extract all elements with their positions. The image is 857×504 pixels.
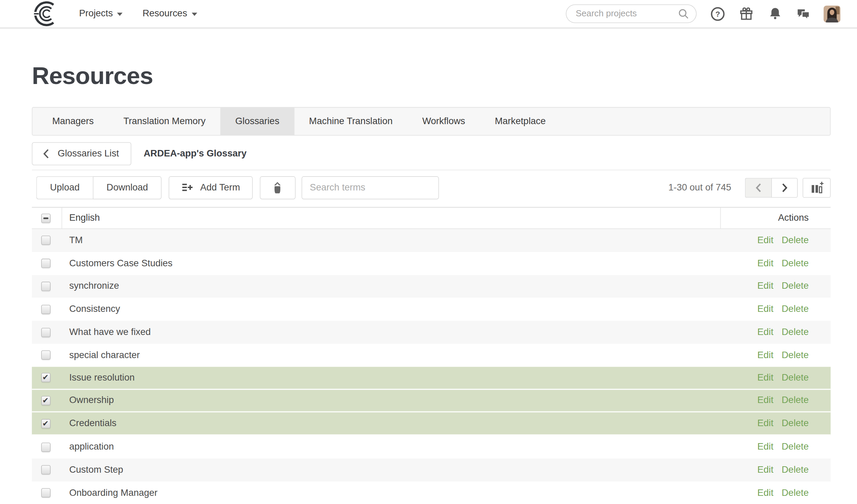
edit-link[interactable]: Edit — [757, 395, 773, 406]
edit-link[interactable]: Edit — [757, 304, 773, 315]
delete-link[interactable]: Delete — [782, 418, 809, 429]
app-window: Projects Resources ? — [0, 0, 857, 504]
row-checkbox[interactable] — [41, 351, 50, 360]
term-text: Onboarding Manager — [62, 487, 721, 498]
chat-icon[interactable] — [796, 6, 811, 21]
row-checkbox[interactable] — [41, 488, 50, 498]
delete-link[interactable]: Delete — [782, 258, 809, 269]
resources-tabs: Managers Translation Memory Glossaries M… — [32, 107, 831, 136]
chevron-left-icon — [42, 148, 50, 159]
avatar[interactable] — [823, 5, 840, 22]
delete-link[interactable]: Delete — [782, 487, 809, 498]
term-text: What have we fixed — [62, 327, 721, 338]
delete-link[interactable]: Delete — [782, 465, 809, 475]
select-all-checkbox[interactable] — [41, 213, 50, 222]
pagination-range: 1-30 out of 745 — [669, 182, 731, 193]
chevron-down-icon — [192, 13, 197, 16]
table-row: Credentials Edit Delete — [32, 413, 831, 435]
chevron-down-icon — [117, 13, 123, 16]
edit-link[interactable]: Edit — [757, 350, 773, 360]
edit-link[interactable]: Edit — [757, 281, 773, 292]
delete-link[interactable]: Delete — [782, 327, 809, 338]
upload-button[interactable]: Upload — [36, 176, 93, 199]
row-checkbox[interactable] — [41, 419, 50, 428]
edit-link[interactable]: Edit — [757, 327, 773, 338]
delete-link[interactable]: Delete — [782, 372, 809, 383]
edit-link[interactable]: Edit — [757, 372, 773, 383]
tab-machine-translation[interactable]: Machine Translation — [294, 107, 408, 135]
svg-text:?: ? — [715, 10, 720, 18]
table-row: Consistency Edit Delete — [32, 298, 831, 321]
row-checkbox[interactable] — [41, 373, 50, 382]
table-row: Custom Step Edit Delete — [32, 458, 831, 481]
table-row: Onboarding Manager Edit Delete — [32, 482, 831, 504]
term-text: Issue resolution — [62, 372, 721, 383]
edit-link[interactable]: Edit — [757, 465, 773, 475]
delete-link[interactable]: Delete — [782, 304, 809, 315]
term-text: special character — [62, 350, 721, 360]
tab-marketplace[interactable]: Marketplace — [480, 107, 561, 135]
edit-link[interactable]: Edit — [757, 441, 773, 452]
glossary-title: ARDEA-app's Glossary — [144, 148, 246, 159]
edit-link[interactable]: Edit — [757, 487, 773, 498]
edit-link[interactable]: Edit — [757, 418, 773, 429]
term-text: Ownership — [62, 395, 721, 406]
trash-icon — [270, 181, 285, 195]
pager — [745, 178, 798, 198]
back-to-glossaries-button[interactable]: Glossaries List — [32, 142, 132, 165]
search-projects-input[interactable] — [576, 9, 677, 19]
row-checkbox[interactable] — [41, 305, 50, 314]
search-terms-input[interactable] — [301, 176, 439, 199]
table-row: Customers Case Studies Edit Delete — [32, 252, 831, 275]
nav-menu-resources[interactable]: Resources — [143, 8, 197, 19]
tab-glossaries[interactable]: Glossaries — [220, 107, 294, 135]
tab-workflows[interactable]: Workflows — [408, 107, 480, 135]
bell-icon[interactable] — [768, 6, 782, 21]
glossary-toolbar: Upload Download — [32, 176, 831, 199]
gift-icon[interactable] — [739, 6, 754, 21]
term-text: TM — [62, 235, 721, 246]
download-button[interactable]: Download — [93, 176, 162, 199]
main-nav: Projects Resources — [79, 8, 197, 19]
table-row: special character Edit Delete — [32, 344, 831, 367]
upload-download-group: Upload Download — [36, 176, 162, 199]
row-checkbox[interactable] — [41, 259, 50, 268]
term-text: synchronize — [62, 281, 721, 292]
help-icon[interactable]: ? — [710, 6, 725, 21]
navbar-right: ? — [566, 4, 840, 23]
column-header-actions: Actions — [721, 213, 831, 223]
row-checkbox[interactable] — [41, 282, 50, 291]
term-text: Custom Step — [62, 465, 721, 475]
terms-table: English Actions TM Edit Delete — [32, 207, 831, 504]
row-checkbox[interactable] — [41, 236, 50, 245]
table-row: What have we fixed Edit Delete — [32, 321, 831, 343]
add-term-button[interactable]: Add Term — [169, 176, 253, 199]
edit-link[interactable]: Edit — [757, 235, 773, 246]
top-navbar: Projects Resources ? — [0, 0, 857, 29]
delete-selected-button[interactable] — [260, 176, 296, 199]
edit-link[interactable]: Edit — [757, 258, 773, 269]
delete-link[interactable]: Delete — [782, 395, 809, 406]
divider — [32, 170, 831, 170]
delete-link[interactable]: Delete — [782, 441, 809, 452]
row-checkbox[interactable] — [41, 396, 50, 405]
prev-page-button[interactable] — [745, 178, 772, 198]
column-settings-button[interactable] — [803, 178, 830, 198]
delete-link[interactable]: Delete — [782, 350, 809, 360]
search-icon[interactable] — [677, 8, 690, 20]
row-checkbox[interactable] — [41, 465, 50, 474]
page-content: Resources Managers Translation Memory Gl… — [0, 62, 857, 504]
row-checkbox[interactable] — [41, 327, 50, 337]
next-page-button[interactable] — [771, 178, 798, 198]
nav-menu-projects[interactable]: Projects — [79, 8, 123, 19]
delete-link[interactable]: Delete — [782, 281, 809, 292]
term-text: Credentials — [62, 418, 721, 429]
tab-managers[interactable]: Managers — [37, 107, 109, 135]
brand-logo-icon[interactable] — [32, 1, 57, 26]
row-checkbox[interactable] — [41, 442, 50, 452]
page-title: Resources — [32, 62, 831, 89]
table-row: Issue resolution Edit Delete — [32, 367, 831, 389]
tab-translation-memory[interactable]: Translation Memory — [109, 107, 220, 135]
column-header-english: English — [62, 207, 721, 228]
delete-link[interactable]: Delete — [782, 235, 809, 246]
